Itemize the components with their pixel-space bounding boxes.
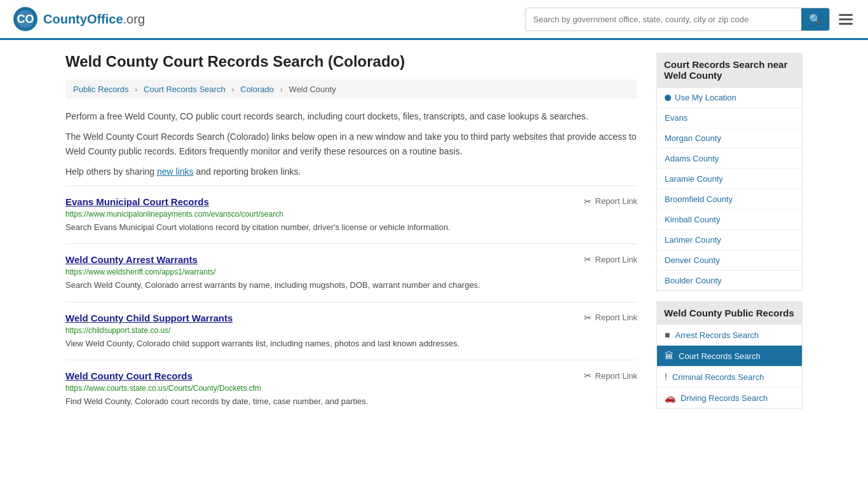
search-bar: 🔍 [525, 8, 830, 31]
sidebar: Court Records Search near Weld County Us… [656, 53, 803, 419]
public-record-list-item: ! Criminal Records Search [657, 367, 802, 388]
breadcrumb-court-records[interactable]: Court Records Search [144, 85, 226, 94]
page-title: Weld County Court Records Search (Colora… [65, 53, 637, 71]
record-type-icon: 🏛 [665, 351, 674, 361]
public-record-link[interactable]: 🚗 Driving Records Search [657, 388, 802, 408]
record-header: Weld County Court Records ✂ Report Link [65, 370, 637, 381]
record-desc: Search Evans Municipal Court violations … [65, 221, 637, 234]
report-link-label: Report Link [595, 371, 637, 381]
description3: Help others by sharing new links and rep… [65, 165, 637, 179]
scissors-icon: ✂ [584, 313, 592, 323]
record-url[interactable]: https://childsupport.state.co.us/ [65, 326, 637, 335]
nearby-link[interactable]: Broomfield County [657, 189, 802, 209]
record-item: Weld County Child Support Warrants ✂ Rep… [65, 302, 637, 360]
nearby-list-item: Larimer County [657, 230, 802, 250]
logo-area: CO CountyOffice.org [13, 6, 145, 32]
content-area: Weld County Court Records Search (Colora… [65, 53, 637, 419]
nearby-list: EvansMorgan CountyAdams CountyLaramie Co… [656, 108, 803, 291]
public-records-section: Weld County Public Records ■ Arrest Reco… [656, 301, 803, 409]
breadcrumb-weld-county: Weld County [289, 85, 336, 94]
record-url[interactable]: https://www.courts.state.co.us/Courts/Co… [65, 384, 637, 393]
report-link-label: Report Link [595, 196, 637, 206]
record-header: Weld County Arrest Warrants ✂ Report Lin… [65, 254, 637, 265]
scissors-icon: ✂ [584, 254, 592, 264]
nearby-link[interactable]: Larimer County [657, 230, 802, 250]
nearby-link[interactable]: Boulder County [657, 271, 802, 290]
nearby-header: Court Records Search near Weld County [656, 53, 803, 87]
record-item: Weld County Arrest Warrants ✂ Report Lin… [65, 243, 637, 302]
nearby-list-item: Boulder County [657, 271, 802, 290]
nearby-link[interactable]: Laramie County [657, 169, 802, 189]
breadcrumb-sep3: › [280, 85, 283, 94]
public-record-list-item: ■ Arrest Records Search [657, 325, 802, 346]
record-desc: Search Weld County, Colorado arrest warr… [65, 279, 637, 292]
breadcrumb-sep2: › [231, 85, 234, 94]
description3-pre: Help others by sharing [65, 166, 157, 177]
report-link-button[interactable]: ✂ Report Link [584, 313, 637, 323]
public-record-label: Court Records Search [679, 351, 761, 361]
record-title[interactable]: Weld County Court Records [65, 370, 193, 381]
nearby-list-item: Denver County [657, 250, 802, 271]
description2: The Weld County Court Records Search (Co… [65, 130, 637, 158]
report-link-label: Report Link [595, 313, 637, 322]
record-desc: Find Weld County, Colorado court records… [65, 395, 637, 408]
breadcrumb-colorado[interactable]: Colorado [240, 85, 274, 94]
menu-button[interactable] [836, 11, 855, 27]
scissors-icon: ✂ [584, 196, 592, 207]
header-right: 🔍 [525, 8, 855, 31]
report-link-button[interactable]: ✂ Report Link [584, 254, 637, 264]
nearby-link[interactable]: Kimball County [657, 210, 802, 229]
nearby-link[interactable]: Morgan County [657, 128, 802, 148]
record-title[interactable]: Weld County Arrest Warrants [65, 254, 198, 265]
record-item: Evans Municipal Court Records ✂ Report L… [65, 186, 637, 244]
public-record-link[interactable]: ■ Arrest Records Search [657, 325, 802, 345]
public-record-link[interactable]: ! Criminal Records Search [657, 367, 802, 387]
menu-line2 [839, 18, 853, 20]
report-link-label: Report Link [595, 255, 637, 264]
nearby-link[interactable]: Adams County [657, 149, 802, 168]
record-header: Weld County Child Support Warrants ✂ Rep… [65, 313, 637, 323]
breadcrumb-public-records[interactable]: Public Records [73, 85, 128, 94]
public-record-list-item: 🚗 Driving Records Search [657, 388, 802, 408]
record-desc: View Weld County, Colorado child support… [65, 337, 637, 350]
public-record-label: Arrest Records Search [675, 330, 759, 340]
use-location-link[interactable]: Use My Location [675, 93, 736, 102]
nearby-link[interactable]: Evans [657, 108, 802, 128]
record-title[interactable]: Evans Municipal Court Records [65, 196, 209, 207]
search-input[interactable] [526, 10, 801, 29]
nearby-list-item: Morgan County [657, 128, 802, 149]
logo-icon: CO [13, 6, 38, 32]
breadcrumb-sep1: › [135, 85, 137, 94]
nearby-link[interactable]: Denver County [657, 250, 802, 270]
public-records-list: ■ Arrest Records Search 🏛 Court Records … [656, 325, 803, 409]
public-record-list-item: 🏛 Court Records Search [657, 346, 802, 367]
public-record-label: Driving Records Search [681, 393, 768, 403]
record-header: Evans Municipal Court Records ✂ Report L… [65, 196, 637, 207]
report-link-button[interactable]: ✂ Report Link [584, 196, 637, 207]
record-type-icon: 🚗 [665, 393, 675, 403]
menu-line3 [839, 23, 853, 25]
logo-text: CountyOffice.org [43, 12, 145, 27]
record-url[interactable]: https://www.weldsheriff.com/apps1/warran… [65, 268, 637, 276]
record-type-icon: ■ [665, 330, 670, 340]
header: CO CountyOffice.org 🔍 [0, 0, 868, 40]
search-button[interactable]: 🔍 [801, 8, 829, 30]
nearby-list-item: Broomfield County [657, 189, 802, 210]
record-title[interactable]: Weld County Child Support Warrants [65, 313, 233, 323]
report-link-button[interactable]: ✂ Report Link [584, 370, 637, 381]
record-item: Weld County Court Records ✂ Report Link … [65, 360, 637, 418]
main-container: Weld County Court Records Search (Colora… [53, 40, 815, 431]
scissors-icon: ✂ [584, 370, 592, 381]
menu-line1 [839, 14, 853, 16]
nearby-list-item: Kimball County [657, 210, 802, 230]
nearby-list-item: Adams County [657, 149, 802, 169]
use-location-item: Use My Location [656, 87, 803, 108]
public-records-header: Weld County Public Records [656, 301, 803, 325]
location-dot-icon [665, 95, 671, 101]
record-url[interactable]: https://www.municipalonlinepayments.com/… [65, 210, 637, 219]
description1: Perform a free Weld County, CO public co… [65, 109, 637, 123]
new-links-link[interactable]: new links [157, 166, 194, 177]
nearby-list-item: Evans [657, 108, 802, 128]
public-record-link[interactable]: 🏛 Court Records Search [657, 346, 802, 366]
breadcrumb: Public Records › Court Records Search › … [65, 79, 637, 99]
